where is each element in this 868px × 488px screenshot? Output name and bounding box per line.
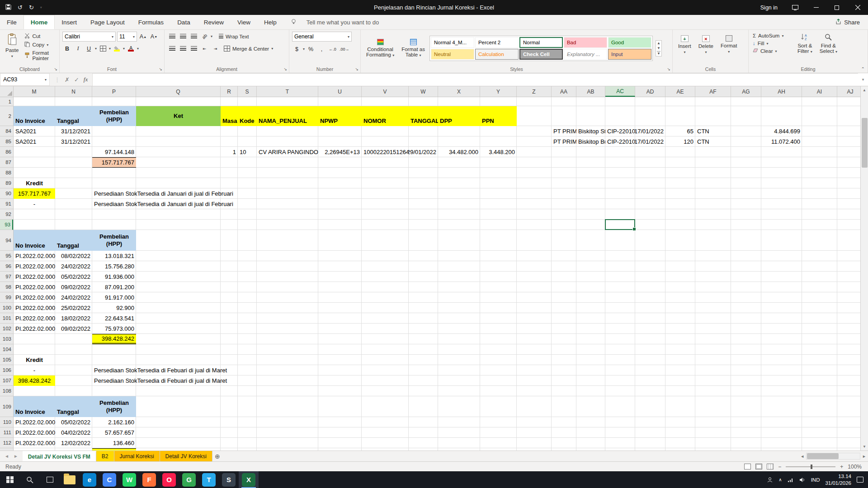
enter-icon[interactable]: ✓	[74, 76, 79, 83]
sheet-nav-left-icon[interactable]: ◄	[5, 454, 9, 459]
conditional-formatting-button[interactable]: ConditionalFormatting ▾	[363, 37, 397, 59]
column-header-M[interactable]: M	[14, 86, 55, 97]
cell-P99[interactable]: 91.917.000	[92, 292, 136, 303]
clock[interactable]: 13.14 31/01/2026	[825, 473, 851, 487]
alignment-dialog-launcher-icon[interactable]: ↘	[283, 66, 288, 72]
row-header-107[interactable]: 107	[0, 375, 13, 386]
column-header-AD[interactable]: AD	[635, 86, 665, 97]
cell-N98[interactable]: 09/02/2022	[55, 282, 92, 292]
font-family-select[interactable]: Calibri▾	[62, 32, 116, 42]
column-header-P[interactable]: P	[92, 86, 136, 97]
sheet-tab-b2[interactable]: B2	[96, 451, 114, 461]
cell-AC85[interactable]: CIP-22010	[605, 136, 635, 147]
align-top-icon[interactable]	[167, 32, 177, 41]
wrap-text-button[interactable]: Wrap Text	[217, 33, 250, 40]
cell-P110[interactable]: 2.162.160	[92, 417, 136, 427]
cell-AA84[interactable]: PT PRIMA	[552, 126, 576, 136]
cell-R86[interactable]: 1	[221, 147, 238, 157]
sign-in-button[interactable]: Sign in	[753, 5, 785, 11]
cell-P96[interactable]: 15.756.280	[92, 261, 136, 272]
row-header-108[interactable]: 108	[0, 386, 13, 396]
cancel-icon[interactable]: ✗	[65, 76, 70, 83]
column-header-V[interactable]: V	[362, 86, 409, 97]
cell-W2[interactable]: TANGGAL	[409, 106, 438, 126]
cell-AC84[interactable]: CIP-22010	[605, 126, 635, 136]
fill-button[interactable]: ↓Fill▾	[751, 40, 793, 47]
cell-style-neutral[interactable]: Neutral	[431, 49, 474, 60]
increase-decimal-icon[interactable]: ←.0	[328, 44, 337, 54]
row-header-105[interactable]: 105	[0, 355, 13, 365]
task-view-button[interactable]	[40, 471, 60, 488]
hscroll-left-icon[interactable]: ◄	[800, 454, 804, 459]
tray-people-icon[interactable]	[767, 477, 773, 483]
cell-P109[interactable]: Pembelian (HPP)	[92, 396, 136, 417]
cell-Q2[interactable]: Ket	[136, 106, 221, 126]
taskbar-firefox[interactable]: F	[139, 471, 159, 488]
taskbar-opera[interactable]: O	[159, 471, 179, 488]
row-header-91[interactable]: 91	[0, 199, 13, 209]
format-cells-button[interactable]: Format▾	[718, 33, 740, 56]
cell-P97[interactable]: 91.936.000	[92, 272, 136, 282]
cell-T86[interactable]: CV ARIRA PANGINDO	[257, 147, 318, 157]
cell-style-check-cell[interactable]: Check Cell	[519, 49, 563, 60]
cell-M84[interactable]: SA2021	[14, 126, 55, 136]
styles-scroll-down-icon[interactable]: ▼	[657, 46, 660, 50]
comma-style-icon[interactable]: ,	[317, 44, 326, 54]
cell-P95[interactable]: 13.018.321	[92, 251, 136, 261]
row-header-92[interactable]: 92	[0, 209, 13, 220]
save-icon[interactable]	[5, 4, 11, 11]
cell-R2[interactable]: Masa	[221, 106, 238, 126]
column-header-X[interactable]: X	[438, 86, 480, 97]
row-header-102[interactable]: 102	[0, 324, 13, 334]
taskbar-browser[interactable]: G	[179, 471, 199, 488]
row-header-111[interactable]: 111	[0, 427, 13, 438]
page-layout-view-icon[interactable]	[755, 464, 762, 469]
cell-N95[interactable]: 08/02/2022	[55, 251, 92, 261]
merge-center-button[interactable]: Merge & Center▾	[222, 45, 274, 52]
row-header-84[interactable]: 84	[0, 126, 13, 136]
cell-AB84[interactable]: Biskitop Sti	[576, 126, 605, 136]
tab-insert[interactable]: Insert	[55, 15, 84, 29]
page-break-view-icon[interactable]	[767, 464, 774, 469]
percent-style-icon[interactable]: %	[306, 44, 316, 54]
cell-P86[interactable]: 97.144.148	[92, 147, 136, 157]
taskbar-chrome[interactable]: C	[99, 471, 119, 488]
horizontal-scroll-thumb[interactable]	[807, 453, 839, 459]
cell-M2[interactable]: No Invoice	[14, 106, 55, 126]
taskbar-search-button[interactable]	[20, 471, 40, 488]
row-header-100[interactable]: 100	[0, 303, 13, 313]
number-format-select[interactable]: General▾	[292, 32, 352, 42]
row-header-87[interactable]: 87	[0, 157, 13, 168]
sheet-tab-detail-jv-koreksi[interactable]: Detail JV Koreksi	[160, 451, 212, 461]
cell-N97[interactable]: 05/02/2022	[55, 272, 92, 282]
tell-me-box[interactable]: Tell me what you want to do	[307, 19, 379, 26]
cell-U86[interactable]: 2,26945E+13	[318, 147, 362, 157]
row-header-98[interactable]: 98	[0, 282, 13, 292]
row-header-95[interactable]: 95	[0, 251, 13, 261]
name-box[interactable]: AC93▾	[0, 73, 50, 86]
find-select-button[interactable]: Find &Select ▾	[817, 32, 840, 65]
tab-help[interactable]: Help	[257, 15, 283, 29]
font-dialog-launcher-icon[interactable]: ↘	[158, 66, 163, 72]
cell-S86[interactable]: 10	[238, 147, 257, 157]
row-header-97[interactable]: 97	[0, 272, 13, 282]
row-header-112[interactable]: 112	[0, 438, 13, 448]
undo-icon[interactable]: ↺	[18, 4, 23, 11]
cell-AE85[interactable]: 120	[665, 136, 695, 147]
cell-N109[interactable]: Tanggal	[55, 396, 92, 417]
row-header-88[interactable]: 88	[0, 168, 13, 178]
cell-style-input[interactable]: Input	[608, 49, 651, 60]
fill-color-icon[interactable]	[112, 44, 122, 53]
tab-formulas[interactable]: Formulas	[132, 15, 170, 29]
cell-N101[interactable]: 18/02/2022	[55, 313, 92, 324]
tab-page-layout[interactable]: Page Layout	[84, 15, 132, 29]
start-button[interactable]	[0, 471, 20, 488]
cell-P2[interactable]: Pembelian (HPP)	[92, 106, 136, 126]
cell-N111[interactable]: 04/02/2022	[55, 427, 92, 438]
cell-P98[interactable]: 87.091.200	[92, 282, 136, 292]
styles-more-icon[interactable]: ▼	[657, 51, 660, 56]
taskbar-telegram[interactable]: T	[199, 471, 219, 488]
cell-N99[interactable]: 24/02/2022	[55, 292, 92, 303]
styles-dialog-launcher-icon[interactable]: ↘	[666, 66, 671, 72]
taskbar-file-explorer[interactable]	[60, 471, 80, 488]
